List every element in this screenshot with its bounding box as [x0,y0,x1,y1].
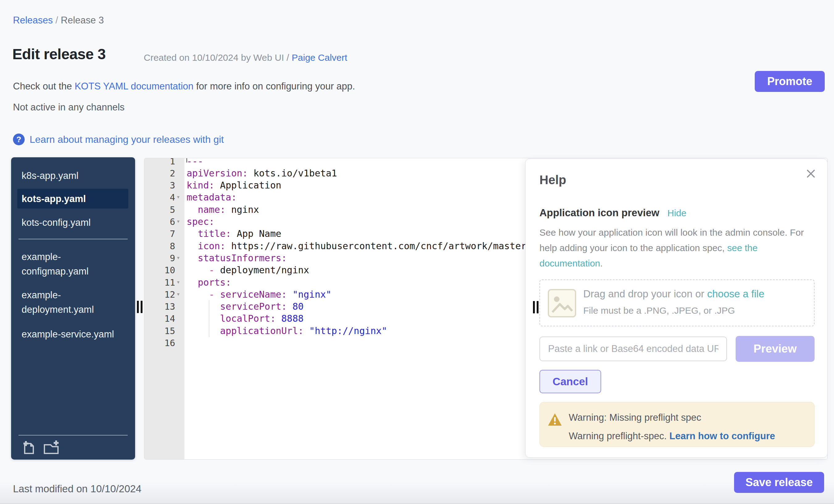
code-text: --- [186,158,203,168]
new-folder-icon[interactable] [43,439,61,455]
help-panel: Help Application icon previewHide See ho… [525,158,828,458]
code-text: apiVersion: kots.io/v1beta1 [186,167,337,179]
icon-preview-header: Application icon previewHide [540,207,686,219]
code-text: statusInformers: [186,252,287,264]
line-number: 1 [144,158,175,168]
file-label: example- [22,288,135,302]
file-tree-item-example-configmap-yaml[interactable]: example-configmap.yaml [11,248,135,280]
sidebar-resize-handle[interactable] [141,301,142,313]
description-period: . [600,258,603,268]
last-modified-text: Last modified on 10/10/2024 [13,483,141,495]
file-tree-item-k8s-app-yaml[interactable]: k8s-app.yaml [11,167,135,184]
kots-docs-link[interactable]: KOTS YAML documentation [75,81,193,92]
warning-icon [548,413,562,426]
dropzone-prefix: Drag and drop your icon or [583,288,707,300]
file-label: example-service.yaml [22,327,135,342]
line-number: 9 [144,252,175,264]
warning-detail-text: Warning preflight-spec. [569,431,669,441]
line-number: 3 [144,179,175,192]
author-link[interactable]: Paige Calvert [292,52,347,63]
docs-hint-prefix: Check out the [13,81,75,92]
line-number: 14 [144,312,175,325]
fold-arrow-icon[interactable]: ▾ [176,251,180,264]
breadcrumb: Releases / Release 3 [13,15,104,26]
dropzone-hint: File must be a .PNG, .JPEG, or .JPG [583,305,735,316]
line-number: 7 [144,228,175,240]
code-text: localPort: 8888 [186,312,304,325]
warning-title: Warning: Missing preflight spec [569,412,701,423]
line-number: 6 [144,216,175,228]
sidebar-resize-handle[interactable] [137,301,139,313]
file-label: kots-config.yaml [22,215,135,230]
breadcrumb-current: Release 3 [61,15,104,26]
fold-arrow-icon[interactable]: ▾ [176,276,180,288]
created-line: Created on 10/10/2024 by Web UI / Paige … [144,52,347,63]
channel-status: Not active in any channels [13,102,125,113]
fold-arrow-icon[interactable]: ▾ [176,215,180,227]
cancel-button[interactable]: Cancel [540,370,601,393]
line-number: 5 [144,203,175,216]
line-number: 16 [144,337,175,349]
code-text: - deployment/nginx [186,264,309,276]
learn-configure-link[interactable]: Learn how to configure [669,431,775,441]
hide-link[interactable]: Hide [667,208,686,218]
help-panel-resize-handle[interactable] [533,301,535,313]
close-icon[interactable] [805,168,817,180]
line-number: 11 [144,276,175,289]
icon-dropzone[interactable]: Drag and drop your icon or choose a file… [540,280,815,326]
code-text: icon: https://raw.githubusercontent.com/… [186,240,532,252]
file-label: kots-app.yaml [22,192,128,206]
file-tree-item-example-service-yaml[interactable]: example-service.yaml [11,325,135,343]
file-label: example- [22,249,135,264]
file-label: k8s-app.yaml [22,169,135,183]
preflight-warning: Warning: Missing preflight spec Warning … [540,402,815,447]
file-group-divider [19,239,128,239]
help-panel-resize-handle[interactable] [537,301,539,313]
breadcrumb-releases-link[interactable]: Releases [13,15,53,26]
warning-detail: Warning preflight-spec. Learn how to con… [569,431,775,442]
code-text: ports: [186,276,231,289]
code-text: name: nginx [186,203,259,216]
question-icon: ? [13,134,25,145]
learn-git-link[interactable]: Learn about managing your releases with … [29,134,224,145]
file-tree-item-example-deployment-yaml[interactable]: example-deployment.yaml [11,287,135,318]
line-number: 8 [144,240,175,252]
help-panel-title: Help [540,173,566,187]
code-text: servicePort: 80 [186,301,304,313]
fold-arrow-icon[interactable]: ▾ [176,288,180,300]
new-file-icon[interactable] [20,439,36,455]
docs-hint-line: Check out the KOTS YAML documentation fo… [13,81,355,92]
description-text: See how your application icon will look … [540,227,804,253]
save-release-button[interactable]: Save release [734,472,824,493]
icon-preview-title: Application icon preview [540,207,659,218]
choose-file-link[interactable]: choose a file [707,288,764,300]
line-number: 4 [144,191,175,203]
file-label: configmap.yaml [22,264,135,279]
code-text: spec: [186,216,214,228]
docs-hint-suffix: for more info on configuring your app. [193,81,355,92]
sidebar-bottom-divider [19,435,128,436]
code-text: - serviceName: "nginx" [186,288,332,301]
file-label: deployment.yaml [22,302,135,317]
promote-button[interactable]: Promote [755,71,825,92]
preview-button[interactable]: Preview [736,336,815,362]
file-tree-item-kots-config-yaml[interactable]: kots-config.yaml [11,214,135,231]
line-number: 10 [144,264,175,276]
line-number: 12 [144,288,175,301]
sidebar-actions [20,439,61,455]
breadcrumb-separator: / [53,15,61,26]
code-text: applicationUrl: "http://nginx" [186,325,387,337]
code-text: title: App Name [186,228,281,240]
learn-git-row: ? Learn about managing your releases wit… [13,133,224,146]
text-cursor [186,158,187,162]
line-number: 13 [144,301,175,313]
icon-url-input[interactable] [540,336,727,361]
code-text: kind: Application [186,179,281,192]
dropzone-label: Drag and drop your icon or choose a file [583,288,764,300]
code-text: metadata: [186,191,237,203]
line-number: 15 [144,325,175,337]
indent-guide [209,301,210,337]
fold-arrow-icon[interactable]: ▾ [176,191,180,203]
icon-preview-description: See how your application icon will look … [540,225,811,271]
file-tree-item-kots-app-yaml[interactable]: kots-app.yaml [17,189,128,209]
